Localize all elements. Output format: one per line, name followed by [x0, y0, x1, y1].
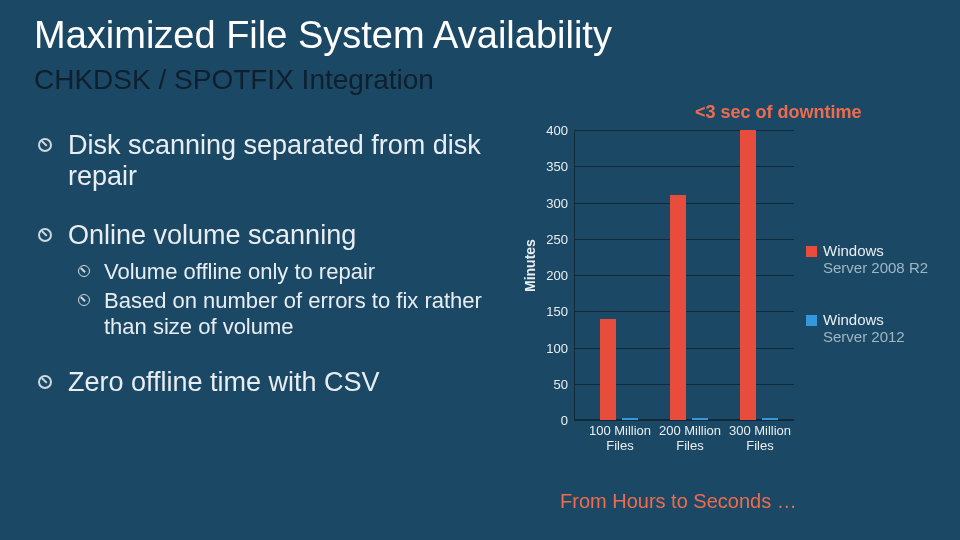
subbullet-text: Based on number of errors to fix rather …: [104, 288, 482, 338]
subbullet-text: Volume offline only to repair: [104, 259, 375, 284]
subbullet-item: Based on number of errors to fix rather …: [76, 288, 514, 339]
bar: [622, 418, 638, 420]
page-subtitle: CHKDSK / SPOTFIX Integration: [34, 64, 434, 96]
y-tick-label: 50: [554, 376, 568, 391]
legend-label: Windows: [823, 242, 884, 259]
y-tick-label: 250: [546, 231, 568, 246]
legend-label: Windows: [823, 311, 884, 328]
bar: [740, 130, 756, 420]
subbullet-item: Volume offline only to repair: [76, 259, 514, 284]
legend-label: Server 2012: [823, 328, 905, 345]
y-axis-label: Minutes: [522, 239, 538, 292]
bullet-text: Zero offline time with CSV: [68, 367, 380, 397]
gridline: [574, 130, 794, 131]
gridline: [574, 166, 794, 167]
y-tick-label: 150: [546, 304, 568, 319]
y-tick-label: 200: [546, 268, 568, 283]
y-tick-label: 100: [546, 340, 568, 355]
bullet-text: Disk scanning separated from disk repair: [68, 130, 481, 191]
downtime-annotation: <3 sec of downtime: [695, 102, 862, 123]
legend: Windows Server 2008 R2 Windows Server 20…: [806, 242, 928, 379]
bar: [762, 418, 778, 420]
y-tick-label: 350: [546, 159, 568, 174]
bullet-item: Online volume scanning Volume offline on…: [34, 220, 514, 339]
legend-swatch-icon: [806, 315, 817, 326]
bullet-list: Disk scanning separated from disk repair…: [34, 130, 514, 426]
bullet-item: Zero offline time with CSV: [34, 367, 514, 398]
x-tick-label: 200 Million Files: [655, 424, 725, 454]
legend-swatch-icon: [806, 246, 817, 257]
legend-label: Server 2008 R2: [823, 259, 928, 276]
y-tick-label: 300: [546, 195, 568, 210]
gridline: [574, 420, 794, 421]
y-tick-label: 0: [561, 413, 568, 428]
bullet-item: Disk scanning separated from disk repair: [34, 130, 514, 192]
x-tick-label: 300 Million Files: [725, 424, 795, 454]
bar: [670, 195, 686, 420]
page-title: Maximized File System Availability: [34, 14, 612, 57]
x-tick-label: 100 Million Files: [585, 424, 655, 454]
bullet-text: Online volume scanning: [68, 220, 356, 250]
chart: <3 sec of downtime Minutes 0501001502002…: [540, 102, 950, 482]
y-tick-label: 400: [546, 123, 568, 138]
legend-item: Windows Server 2012: [806, 311, 928, 346]
bar: [600, 319, 616, 421]
plot-area: 050100150200250300350400100 Million File…: [574, 130, 794, 420]
bar: [692, 418, 708, 420]
legend-item: Windows Server 2008 R2: [806, 242, 928, 277]
chart-caption: From Hours to Seconds …: [560, 490, 797, 513]
slide: Maximized File System Availability CHKDS…: [0, 0, 960, 540]
